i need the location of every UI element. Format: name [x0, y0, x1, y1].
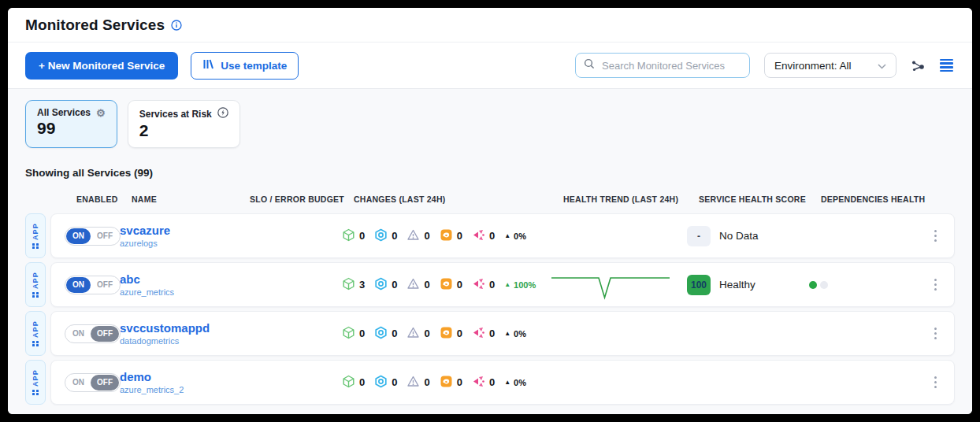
change-count: 0	[457, 230, 462, 242]
app-grid-icon	[32, 390, 39, 396]
enabled-toggle[interactable]: ON OFF	[65, 324, 121, 343]
delta-up-icon: ▲	[504, 330, 510, 337]
pink-arrows-icon	[472, 375, 485, 391]
service-type-label: APP	[32, 272, 39, 289]
showing-services-text: Showing all Services (99)	[25, 167, 955, 179]
col-name: NAME	[132, 194, 250, 204]
change-count: 0	[392, 328, 397, 339]
change-count: 0	[359, 328, 365, 339]
service-type-tab[interactable]: APP	[25, 360, 46, 405]
changes-cell: 3 0 0 0 0 ▲100%	[342, 277, 551, 293]
search-input[interactable]	[600, 59, 741, 72]
services-at-risk-count: 2	[139, 121, 228, 140]
info-icon[interactable]	[171, 20, 182, 31]
row-menu-button[interactable]	[930, 324, 942, 343]
row-menu-button[interactable]	[930, 276, 942, 294]
service-name-link[interactable]: svcazure	[120, 224, 238, 238]
warning-triangle-icon	[406, 277, 420, 293]
change-count: 0	[359, 376, 365, 388]
table-header: ENABLED NAME SLO / ERROR BUDGET CHANGES …	[63, 194, 955, 204]
change-delta: ▲100%	[504, 280, 536, 290]
new-monitored-service-label: + New Monitored Service	[39, 60, 165, 72]
changes-cell: 0 0 0 0 0 ▲0%	[342, 375, 551, 391]
orange-app-icon	[440, 228, 453, 244]
service-name-link[interactable]: abc	[120, 272, 238, 287]
change-count: 0	[489, 328, 495, 339]
warning-triangle-icon	[406, 375, 420, 391]
health-score-badge: 100	[687, 275, 711, 295]
all-services-card[interactable]: All Services ⚙ 99	[25, 100, 117, 148]
enabled-toggle[interactable]: ON OFF	[65, 373, 121, 392]
hexagon-icon	[374, 375, 388, 391]
delta-up-icon: ▲	[504, 281, 510, 288]
main-content: All Services ⚙ 99 Services at Risk 2 Sho…	[8, 89, 972, 414]
change-count: 0	[457, 328, 462, 339]
delta-up-icon: ▲	[504, 232, 510, 239]
services-table: APP ON OFF svcazure azurelogs	[25, 213, 955, 405]
row-menu-button[interactable]	[930, 373, 942, 392]
enabled-toggle[interactable]: ON OFF	[65, 227, 121, 246]
service-type-tab[interactable]: APP	[25, 262, 46, 307]
col-changes: CHANGES (LAST 24H)	[354, 194, 563, 204]
warning-triangle-icon	[406, 326, 420, 342]
enabled-toggle[interactable]: ON OFF	[65, 276, 121, 294]
change-delta: ▲0%	[504, 329, 526, 339]
toggle-off-label: OFF	[91, 326, 119, 342]
health-trend-cell	[551, 269, 687, 301]
change-count: 0	[424, 376, 429, 388]
chevron-down-icon	[878, 60, 886, 72]
table-row: APP ON OFF svccustomappd datadogmetrics	[25, 311, 955, 356]
col-health-trend: HEALTH TREND (LAST 24H)	[563, 194, 699, 204]
toggle-off-label: OFF	[91, 277, 119, 293]
environment-dropdown[interactable]: Environment: All	[764, 53, 896, 78]
new-monitored-service-button[interactable]: + New Monitored Service	[25, 52, 178, 80]
service-integration-label: azure_metrics	[120, 287, 238, 297]
table-row: APP ON OFF demo azure_metrics_2	[25, 360, 955, 405]
cube-icon	[342, 228, 355, 244]
hexagon-icon	[374, 326, 388, 342]
change-count: 0	[489, 279, 495, 291]
dependency-dot-gray	[820, 281, 828, 289]
service-type-tab[interactable]: APP	[25, 213, 46, 258]
change-delta: ▲0%	[504, 231, 526, 241]
change-count: 0	[392, 376, 397, 388]
toggle-on-label: ON	[66, 277, 91, 293]
col-enabled: ENABLED	[76, 194, 132, 204]
health-score-cell: 100 Healthy	[687, 275, 809, 295]
service-integration-label: azure_metrics_2	[120, 385, 238, 394]
page-title: Monitored Services	[25, 17, 165, 34]
health-score-cell: - No Data	[687, 226, 809, 246]
service-type-label: APP	[32, 369, 39, 387]
warning-triangle-icon	[406, 228, 420, 244]
col-dependencies-health: DEPENDENCIES HEALTH	[821, 194, 942, 204]
col-health-score: SERVICE HEALTH SCORE	[699, 194, 821, 204]
use-template-button[interactable]: Use template	[191, 52, 299, 80]
services-at-risk-card[interactable]: Services at Risk 2	[128, 100, 240, 148]
row-menu-button[interactable]	[930, 227, 942, 246]
service-type-tab[interactable]: APP	[25, 311, 46, 356]
delta-up-icon: ▲	[504, 379, 510, 386]
health-score-label: No Data	[719, 230, 759, 242]
health-score-badge: -	[687, 226, 711, 246]
environment-value: Environment: All	[774, 60, 852, 72]
service-type-label: APP	[32, 223, 39, 240]
topology-view-icon[interactable]	[911, 59, 926, 72]
cube-icon	[342, 326, 355, 342]
service-name-link[interactable]: svccustomappd	[120, 321, 238, 335]
hexagon-icon	[374, 277, 388, 293]
change-count: 0	[424, 328, 429, 339]
service-integration-label: azurelogs	[120, 239, 238, 248]
orange-app-icon	[440, 326, 453, 342]
page-header: Monitored Services	[8, 8, 972, 43]
change-count: 0	[424, 279, 429, 291]
all-services-count: 99	[37, 119, 106, 138]
pink-arrows-icon	[472, 277, 485, 293]
service-name-link[interactable]: demo	[120, 370, 238, 384]
change-count: 0	[392, 279, 397, 291]
cube-icon	[342, 277, 355, 293]
service-type-label: APP	[32, 320, 39, 338]
pink-arrows-icon	[472, 326, 485, 342]
change-count: 0	[392, 230, 397, 242]
app-grid-icon	[32, 243, 39, 250]
list-view-icon[interactable]	[938, 57, 955, 73]
